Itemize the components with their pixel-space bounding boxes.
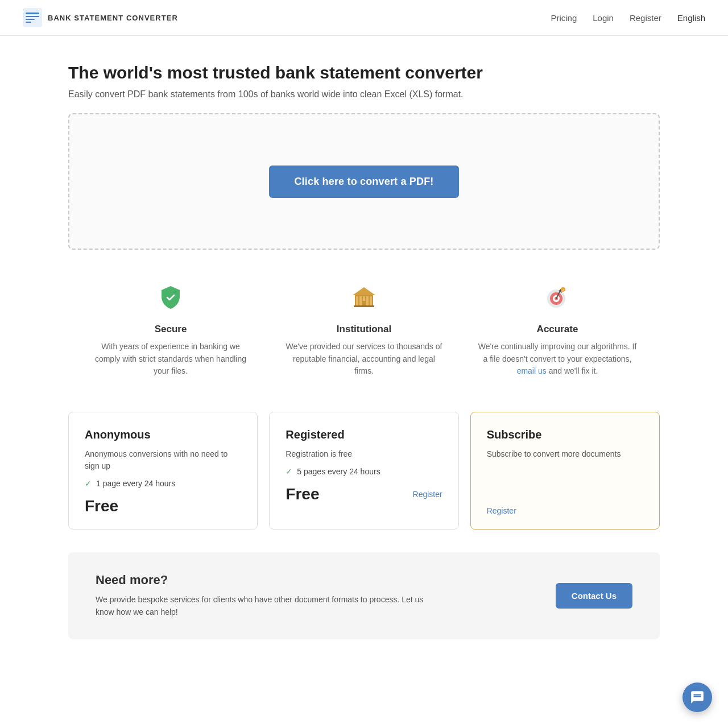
hero-section: The world's most trusted bank statement … (0, 36, 728, 100)
anonymous-footer: Free (85, 497, 241, 515)
secure-title: Secure (91, 324, 250, 335)
svg-rect-1 (26, 13, 39, 14)
svg-rect-13 (362, 301, 366, 305)
hero-heading: The world's most trusted bank statement … (68, 63, 660, 82)
accurate-title: Accurate (478, 324, 637, 335)
svg-rect-12 (354, 305, 374, 307)
brand-logo (23, 8, 42, 27)
registered-register-link[interactable]: Register (413, 490, 442, 499)
subscribe-register-link[interactable]: Register (487, 506, 516, 515)
svg-rect-10 (370, 296, 372, 305)
navbar: BANK STATEMENT CONVERTER Pricing Login R… (0, 0, 728, 36)
pricing-anonymous: Anonymous Anonymous conversions with no … (68, 412, 258, 530)
svg-rect-9 (366, 296, 369, 305)
svg-rect-7 (359, 296, 362, 305)
feature-secure: Secure With years of experience in banki… (91, 284, 250, 378)
pricing-section: Anonymous Anonymous conversions with no … (0, 400, 728, 552)
subscribe-footer: Register (487, 506, 643, 515)
secure-icon (91, 284, 250, 317)
anonymous-desc: Anonymous conversions with no need to si… (85, 448, 241, 472)
check-icon: ✓ (286, 467, 292, 476)
nav-login[interactable]: Login (593, 13, 614, 23)
pricing-registered: Registered Registration is free ✓ 5 page… (269, 412, 458, 530)
anonymous-feature-1: ✓ 1 page every 24 hours (85, 479, 241, 488)
feature-accurate: ✓ Accurate We're continually improving o… (478, 284, 637, 378)
registered-title: Registered (286, 428, 442, 441)
brand-title: BANK STATEMENT CONVERTER (48, 14, 178, 22)
dropzone[interactable]: Click here to convert a PDF! (68, 113, 660, 250)
check-icon: ✓ (85, 479, 92, 488)
registered-price: Free (286, 485, 319, 503)
nav-links: Pricing Login Register English (551, 13, 705, 23)
institutional-title: Institutional (284, 324, 444, 335)
registered-footer: Free Register (286, 485, 442, 503)
institutional-icon (284, 284, 444, 317)
bespoke-text: Need more? We provide bespoke services f… (96, 573, 425, 619)
bespoke-section: Need more? We provide bespoke services f… (68, 552, 660, 639)
feature-institutional: Institutional We've provided our service… (284, 284, 444, 378)
anonymous-title: Anonymous (85, 428, 241, 441)
svg-text:✓: ✓ (562, 288, 565, 292)
secure-desc: With years of experience in banking we c… (91, 341, 250, 378)
nav-pricing[interactable]: Pricing (551, 13, 577, 23)
svg-rect-4 (26, 22, 31, 23)
svg-marker-11 (353, 287, 375, 295)
subscribe-desc: Subscribe to convert more documents (487, 448, 643, 460)
registered-desc: Registration is free (286, 448, 442, 460)
features-section: Secure With years of experience in banki… (0, 250, 728, 400)
nav-register[interactable]: Register (630, 13, 661, 23)
pricing-subscribe: Subscribe Subscribe to convert more docu… (470, 412, 660, 530)
contact-button[interactable]: Contact Us (556, 583, 632, 609)
email-us-link[interactable]: email us (517, 366, 547, 375)
subscribe-title: Subscribe (487, 428, 643, 441)
accurate-icon: ✓ (478, 284, 637, 317)
brand-link[interactable]: BANK STATEMENT CONVERTER (23, 8, 178, 27)
accurate-desc: We're continually improving our algorith… (478, 341, 637, 378)
language-selector[interactable]: English (677, 13, 705, 23)
convert-button[interactable]: Click here to convert a PDF! (269, 166, 458, 198)
svg-rect-0 (23, 8, 42, 27)
bespoke-description: We provide bespoke services for clients … (96, 593, 425, 619)
anonymous-price: Free (85, 497, 118, 515)
institutional-desc: We've provided our services to thousands… (284, 341, 444, 378)
svg-rect-3 (26, 19, 35, 20)
svg-rect-6 (356, 296, 358, 305)
svg-rect-2 (26, 16, 39, 17)
bespoke-heading: Need more? (96, 573, 425, 588)
hero-subheading: Easily convert PDF bank statements from … (68, 89, 660, 100)
registered-feature-1: ✓ 5 pages every 24 hours (286, 467, 442, 476)
